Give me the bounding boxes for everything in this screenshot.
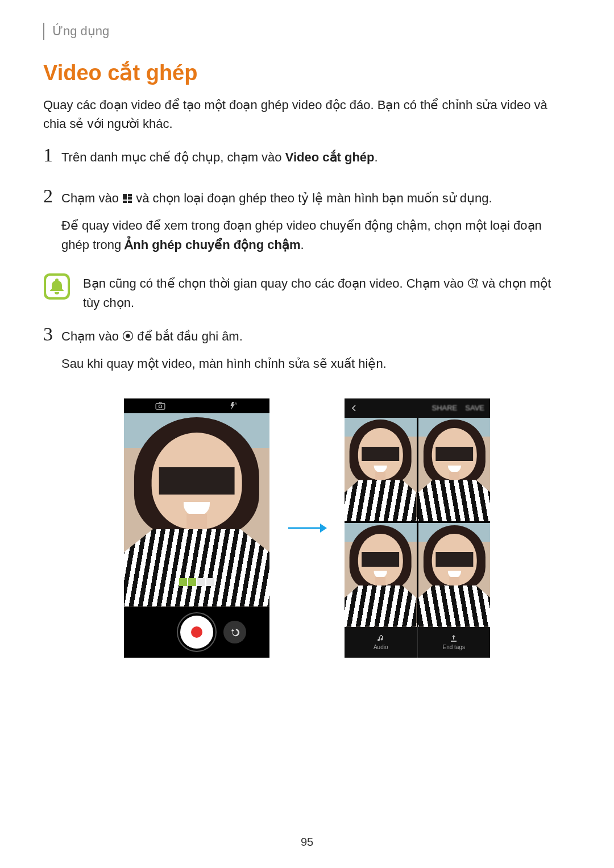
upload-icon [449, 634, 458, 643]
collage-cell[interactable] [345, 418, 417, 522]
arrow-icon [287, 521, 327, 535]
svg-point-12 [159, 405, 161, 408]
record-button[interactable] [180, 616, 213, 649]
music-button[interactable]: Audio [345, 627, 417, 658]
svg-text:A: A [235, 401, 238, 405]
svg-rect-0 [123, 194, 127, 200]
clock-icon: 6 [467, 277, 479, 289]
svg-rect-1 [128, 194, 132, 197]
note-text: Bạn cũng có thể chọn thời gian quay cho … [83, 273, 571, 313]
step-number: 2 [43, 186, 61, 206]
intro-text: Quay các đoạn video để tạo một đoạn ghép… [43, 95, 571, 133]
step-item: 3Chạm vào để bắt đầu ghi âm.Sau khi quay… [43, 325, 571, 381]
bell-icon [43, 273, 70, 300]
collage-cell[interactable] [418, 418, 491, 522]
page-number: 95 [0, 836, 614, 849]
svg-rect-11 [156, 403, 165, 409]
svg-rect-3 [123, 201, 127, 203]
breadcrumb-label: Ứng dụng [52, 24, 109, 39]
camera-topbar: A [124, 398, 269, 413]
breadcrumb-bar [43, 23, 44, 40]
phone-editor-screen: SHARE SAVE Audio End tags [345, 398, 490, 658]
step-body: Chạm vào để bắt đầu ghi âm.Sau khi quay … [61, 325, 387, 381]
svg-rect-4 [128, 201, 132, 203]
step-item: 2Chạm vào và chọn loại đoạn ghép theo tỷ… [43, 186, 571, 263]
music-icon [376, 634, 385, 643]
tags-button[interactable]: End tags [418, 627, 491, 658]
svg-point-10 [126, 334, 130, 338]
collage-cell[interactable] [345, 523, 417, 627]
flash-auto-icon: A [228, 401, 238, 410]
svg-text:6: 6 [475, 284, 478, 289]
collage-cell[interactable] [418, 523, 491, 627]
steps-list: 1Trên danh mục chế độ chụp, chạm vào Vid… [43, 146, 571, 381]
grid-icon [122, 193, 132, 203]
back-icon[interactable] [350, 404, 358, 412]
section-title: Video cắt ghép [43, 60, 571, 85]
save-button[interactable]: SAVE [465, 404, 484, 412]
step-number: 3 [43, 325, 61, 344]
figure: A [43, 398, 571, 658]
note-box: Bạn cũng có thể chọn thời gian quay cho … [43, 273, 571, 313]
collage-progress-icon [179, 578, 214, 586]
camera-switch-icon [155, 402, 165, 410]
share-button[interactable]: SHARE [432, 404, 457, 412]
svg-rect-2 [128, 197, 132, 200]
step-body: Chạm vào và chọn loại đoạn ghép theo tỷ … [61, 186, 571, 263]
editor-topbar: SHARE SAVE [345, 398, 490, 418]
collage-grid [345, 418, 490, 627]
step-body: Trên danh mục chế độ chụp, chạm vào Vide… [61, 146, 378, 175]
camera-bottom-bar [124, 607, 269, 658]
phone-camera-screen: A [124, 398, 269, 658]
editor-bottom-bar: Audio End tags [345, 627, 490, 658]
undo-button[interactable] [223, 621, 246, 643]
step-number: 1 [43, 146, 61, 165]
breadcrumb: Ứng dụng [43, 23, 571, 40]
record-icon [122, 330, 134, 342]
camera-preview [124, 413, 269, 607]
step-item: 1Trên danh mục chế độ chụp, chạm vào Vid… [43, 146, 571, 175]
